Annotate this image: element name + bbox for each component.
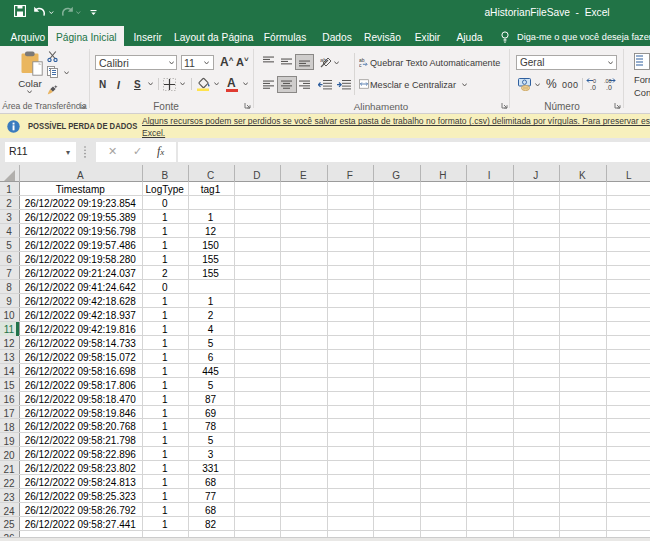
svg-text:0: 0 [593,78,596,84]
svg-text:.0: .0 [590,84,596,91]
svg-text:,0: ,0 [606,84,612,91]
svg-text:ab: ab [320,57,327,63]
